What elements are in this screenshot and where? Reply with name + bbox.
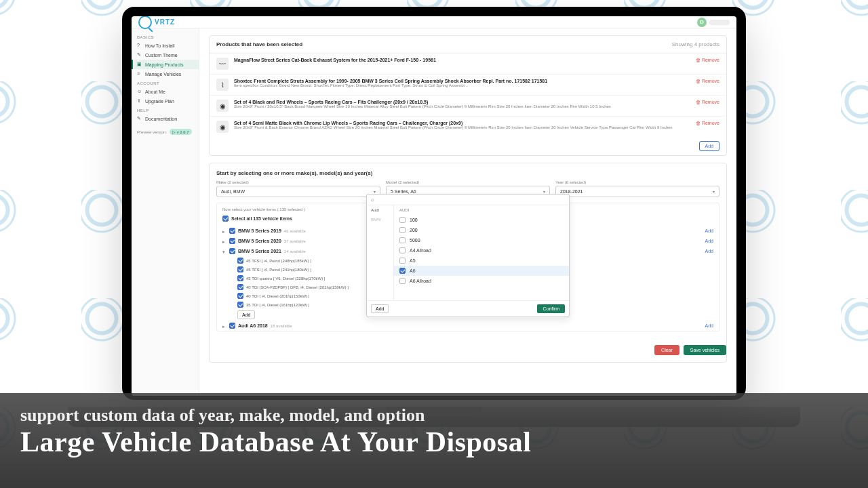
caption-sub: support custom data of year, make, model… (20, 405, 848, 426)
tree-checkbox[interactable] (237, 258, 243, 264)
vehicle-tree-panel: Now select your vehicle items ( 135 sele… (216, 203, 719, 331)
add-product-button[interactable]: Add (699, 141, 719, 151)
dropdown-option[interactable]: 5000 (394, 235, 569, 245)
app-logo: VRTZ (138, 16, 175, 29)
dropdown-option[interactable]: A6 Allroad (394, 276, 569, 286)
option-label: A6 (410, 268, 416, 273)
tree-add-link[interactable]: Add (705, 239, 713, 243)
tree-available: 18 available (271, 324, 292, 328)
tree-checkbox[interactable] (237, 275, 243, 281)
sidebar-group-label: HELP (132, 106, 199, 114)
tree-child-label: 40 TDI [ i4, Diesel (201hp|150kW) ] (246, 294, 310, 298)
tree-child-label: 45 TFSI [ i4, Petrol (248hp|185kW) ] (246, 259, 311, 263)
sidebar-item-icon: ≡ (137, 71, 142, 77)
tree-add-link[interactable]: Add (705, 228, 713, 233)
remove-product-button[interactable]: 🗑Remove (696, 121, 719, 125)
dropdown-heading: AUDI (394, 205, 569, 215)
sidebar-item[interactable]: ?How To Install (132, 41, 199, 50)
content-area: Products that have been selected Showing… (199, 28, 736, 396)
option-label: 200 (410, 228, 418, 232)
dropdown-option[interactable]: 100 (394, 215, 569, 225)
logo-text: VRTZ (155, 18, 175, 26)
dropdown-make-tab[interactable]: Audi (367, 205, 393, 215)
dropdown-add-button[interactable]: Add (371, 304, 389, 313)
caret-icon: ▸ (222, 239, 226, 243)
chevron-down-icon: ▾ (713, 189, 715, 194)
user-chip[interactable]: D (697, 18, 730, 27)
option-checkbox[interactable] (399, 278, 406, 284)
select-all-checkbox[interactable] (222, 216, 229, 222)
option-checkbox[interactable] (399, 268, 406, 274)
tree-checkbox[interactable] (229, 238, 235, 244)
tree-child-label: 40 TDI (3CA-F2DFBF) [ DFB, i4, Diesel (2… (246, 285, 349, 289)
topbar: VRTZ D (132, 16, 736, 28)
product-subtitle: Size 20x9" Front & Back Exterior Chrome … (234, 125, 690, 131)
caret-icon: ▾ (222, 249, 226, 253)
sidebar-item[interactable]: ✎Documentation (132, 114, 199, 123)
sidebar-item-icon: ✎ (137, 52, 142, 58)
tree-available: 37 available (284, 239, 306, 243)
option-label: A5 (410, 258, 416, 263)
tree-checkbox[interactable] (237, 302, 243, 308)
dropdown-search[interactable]: ⌕ (367, 195, 569, 205)
search-icon: ⌕ (371, 197, 374, 203)
option-checkbox[interactable] (399, 227, 406, 233)
make-select[interactable]: Audi, BMW▾ (216, 186, 380, 197)
option-checkbox[interactable] (399, 217, 406, 223)
option-label: 100 (410, 218, 418, 222)
save-vehicles-button[interactable]: Save vehicles (684, 345, 726, 355)
tree-checkbox[interactable] (229, 228, 235, 234)
sidebar-item-label: Manage Vehicles (145, 72, 181, 77)
option-label: A4 Allroad (410, 248, 431, 253)
tree-checkbox[interactable] (237, 293, 243, 299)
year-select[interactable]: 2018-2021▾ (555, 186, 719, 197)
select-all-label: Select all 135 vehicle items (231, 216, 292, 221)
sidebar-item[interactable]: ☺About Me (132, 87, 199, 96)
avatar: D (697, 18, 707, 27)
tree-group-row[interactable]: ▸Audi A6 201818 availableAdd (217, 321, 719, 331)
remove-product-button[interactable]: 🗑Remove (696, 100, 719, 104)
tree-checkbox[interactable] (229, 323, 235, 329)
make-label: Make (2 selected) (216, 180, 380, 184)
dropdown-option[interactable]: A4 Allroad (394, 245, 569, 256)
model-dropdown: ⌕ AudiBMW AUDI 1002005000A4 AllroadA5A6A… (366, 194, 570, 317)
dropdown-option[interactable]: A5 (394, 256, 569, 266)
dropdown-confirm-button[interactable]: Confirm (537, 304, 565, 313)
product-title: MagnaFlow Street Series Cat-Back Exhaust… (234, 58, 690, 62)
caret-icon: ▸ (222, 324, 226, 328)
tree-checkbox[interactable] (237, 284, 243, 290)
remove-product-button[interactable]: 🗑Remove (696, 58, 719, 62)
dropdown-make-tab[interactable]: BMW (367, 215, 393, 224)
tree-add-link[interactable]: Add (705, 249, 713, 253)
sidebar-item-label: About Me (145, 89, 165, 94)
sidebar: BASICS?How To Install✎Custom Theme▣Mappi… (132, 28, 199, 396)
option-checkbox[interactable] (399, 258, 406, 264)
dropdown-option[interactable]: A6 (394, 266, 569, 276)
sidebar-item-icon: ✎ (137, 116, 142, 121)
product-thumb: ⌇ (216, 79, 229, 91)
sidebar-item[interactable]: ▣Mapping Products (132, 60, 199, 69)
tree-add-link[interactable]: Add (705, 323, 713, 328)
clear-button[interactable]: Clear (654, 345, 679, 355)
dropdown-search-input[interactable] (377, 197, 565, 202)
vehicle-select-panel: Start by selecting one or more make(s), … (209, 163, 727, 363)
product-thumb: ◉ (216, 121, 229, 133)
tree-child-label: 35 TDI [ i4, Diesel (161hp|120kW) ] (246, 303, 310, 307)
dropdown-option[interactable]: 200 (394, 225, 569, 235)
sidebar-item[interactable]: ⇪Upgrade Plan (132, 96, 199, 106)
year-label: Year (6 selected) (555, 180, 719, 184)
marketing-caption: support custom data of year, make, model… (0, 393, 868, 488)
sidebar-item-icon: ▣ (137, 62, 142, 67)
tree-add-button[interactable]: Add (237, 310, 255, 319)
trash-icon: 🗑 (696, 121, 701, 125)
option-checkbox[interactable] (399, 247, 406, 253)
remove-product-button[interactable]: 🗑Remove (696, 79, 719, 83)
option-checkbox[interactable] (399, 237, 406, 243)
tree-checkbox[interactable] (237, 266, 243, 272)
product-row: ⌇Shoxtec Front Complete Struts Assembly … (210, 75, 726, 96)
sidebar-item[interactable]: ≡Manage Vehicles (132, 69, 199, 79)
sidebar-item[interactable]: ✎Custom Theme (132, 50, 199, 60)
trash-icon: 🗑 (696, 79, 701, 83)
tree-child-label: 45 TDI quattro [ V6, Diesel (228hp|170kW… (246, 277, 326, 281)
tree-checkbox[interactable] (229, 248, 235, 254)
